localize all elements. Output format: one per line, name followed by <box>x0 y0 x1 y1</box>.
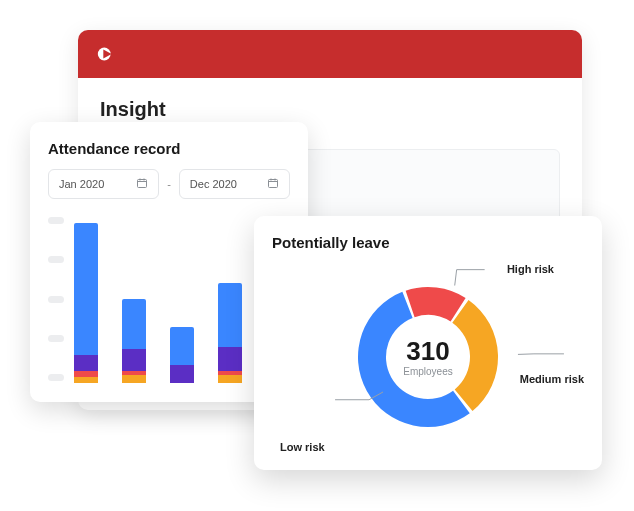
bar-A <box>74 223 98 383</box>
bar-B <box>122 299 146 383</box>
legend-high-risk: High risk <box>507 263 554 275</box>
donut-center-value: 310 <box>403 338 452 364</box>
calendar-icon <box>136 177 148 191</box>
brand-arrow-icon <box>96 43 118 65</box>
attendance-title: Attendance record <box>48 140 290 157</box>
donut-center: 310 Employees <box>403 338 452 377</box>
bar-C <box>170 327 194 383</box>
svg-rect-1 <box>138 180 147 188</box>
bar-D <box>218 283 242 383</box>
donut-center-label: Employees <box>403 366 452 377</box>
donut-title: Potentially leave <box>272 234 584 251</box>
date-to-value: Dec 2020 <box>190 178 237 190</box>
legend-low-risk: Low risk <box>280 441 325 453</box>
legend-medium-risk: Medium risk <box>520 373 584 385</box>
y-axis-skeleton <box>48 213 66 383</box>
donut-chart: 310 Employees High risk Medium risk Low … <box>272 257 584 457</box>
date-separator: - <box>167 178 171 190</box>
date-range-row: Jan 2020 - Dec 2020 <box>48 169 290 199</box>
svg-rect-2 <box>269 180 278 188</box>
date-from-picker[interactable]: Jan 2020 <box>48 169 159 199</box>
insight-header <box>78 30 582 78</box>
date-to-picker[interactable]: Dec 2020 <box>179 169 290 199</box>
date-from-value: Jan 2020 <box>59 178 104 190</box>
calendar-icon <box>267 177 279 191</box>
donut-card: Potentially leave 310 Employees High ris… <box>254 216 602 470</box>
